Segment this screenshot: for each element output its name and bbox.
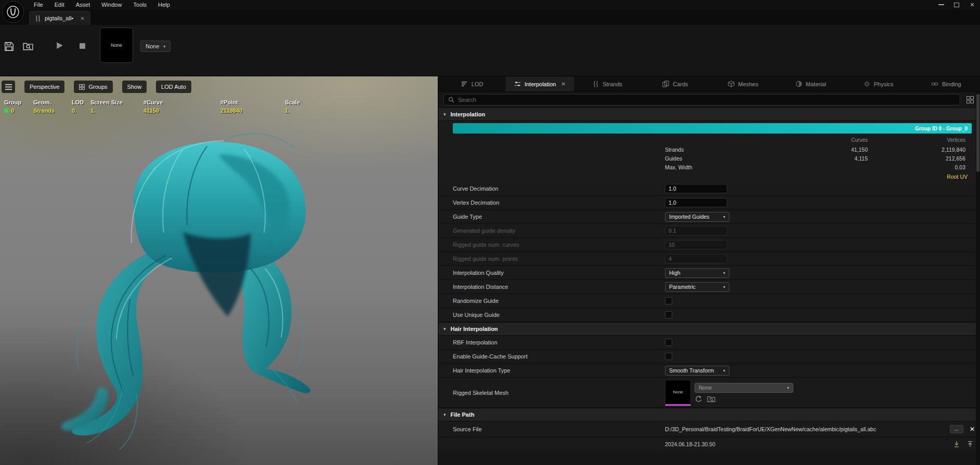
reimport-download-icon[interactable] bbox=[953, 441, 960, 448]
clear-file-icon[interactable]: ✕ bbox=[970, 426, 975, 433]
property-row-use-unique-guide: Use Unique Guide bbox=[438, 308, 980, 322]
viewport-groups-button[interactable]: Groups bbox=[74, 81, 112, 93]
search-input[interactable] bbox=[458, 97, 956, 103]
simulation-thumbnail-label: None bbox=[111, 43, 122, 48]
section-file-path[interactable]: ▾ File Path bbox=[438, 408, 980, 421]
menu-edit[interactable]: Edit bbox=[49, 1, 70, 9]
groom-icon bbox=[35, 15, 41, 22]
chevron-expanded-icon: ▾ bbox=[443, 326, 446, 331]
menu-help[interactable]: Help bbox=[152, 1, 176, 9]
viewport-menu-button[interactable] bbox=[2, 81, 15, 93]
viewport-lod-button[interactable]: LOD Auto bbox=[156, 81, 191, 93]
chevron-down-icon: ▾ bbox=[723, 285, 725, 289]
asset-tab-strip: pigtails_all• ✕ bbox=[0, 9, 980, 25]
details-scrollbar[interactable] bbox=[976, 92, 980, 465]
cards-icon bbox=[662, 81, 669, 87]
minimize-icon bbox=[938, 4, 944, 5]
simulation-options-dropdown[interactable]: None ▾ bbox=[140, 41, 171, 52]
asset-tab-pigtails-all[interactable]: pigtails_all• ✕ bbox=[29, 11, 90, 25]
tab-meshes[interactable]: Meshes bbox=[709, 76, 777, 91]
tab-lod[interactable]: LOD bbox=[438, 76, 506, 91]
unreal-logo-icon[interactable] bbox=[2, 1, 24, 23]
menu-file[interactable]: File bbox=[28, 1, 49, 9]
section-hair-interpolation[interactable]: ▾ Hair Interpolation bbox=[438, 322, 980, 336]
close-icon: ✕ bbox=[970, 2, 974, 8]
property-row-source-file: Source File D:/3D_Personal/BraidTesting/… bbox=[438, 421, 980, 437]
browse-to-asset-icon[interactable] bbox=[707, 395, 715, 402]
property-row-interpolation-distance: Interpolation Distance Parametric ▾ bbox=[438, 280, 980, 294]
viewport-perspective-button[interactable]: Perspective bbox=[24, 81, 64, 93]
tab-close-icon[interactable]: ✕ bbox=[561, 81, 565, 87]
skeletal-mesh-thumbnail[interactable]: None bbox=[665, 380, 691, 406]
hamburger-icon bbox=[5, 84, 12, 90]
tab-interpolation[interactable]: Interpolation ✕ bbox=[506, 76, 573, 91]
chevron-down-icon: ▾ bbox=[723, 215, 725, 219]
chevron-expanded-icon: ▾ bbox=[443, 412, 446, 417]
root-uv-link[interactable]: Root UV bbox=[947, 174, 968, 180]
enable-guide-cache-checkbox[interactable] bbox=[665, 353, 672, 360]
tab-strands[interactable]: Strands bbox=[574, 76, 642, 91]
details-tab-bar: LOD Interpolation ✕ Strands Cards bbox=[438, 76, 980, 92]
property-row-hair-interpolation-type: Hair Interpolation Type Smooth Transform… bbox=[438, 364, 980, 378]
interpolation-quality-dropdown[interactable]: High ▾ bbox=[665, 268, 729, 278]
menu-tools[interactable]: Tools bbox=[127, 1, 152, 9]
save-button[interactable] bbox=[4, 42, 14, 51]
use-selected-asset-icon[interactable] bbox=[695, 395, 702, 403]
group-id-banner: Group ID 0 - Group_0 bbox=[453, 123, 972, 134]
simulation-options-label: None bbox=[146, 43, 159, 49]
minimize-button[interactable] bbox=[933, 0, 949, 9]
rbf-interpolation-checkbox[interactable] bbox=[665, 339, 672, 346]
group-color-swatch bbox=[4, 109, 8, 113]
browse-file-button[interactable]: ... bbox=[950, 425, 963, 433]
property-row-rigged-skeletal-mesh: Rigged Skeletal Mesh None None ▾ bbox=[438, 378, 980, 408]
hair-interpolation-type-dropdown[interactable]: Smooth Transform ▾ bbox=[665, 366, 729, 376]
groom-hair-render bbox=[0, 76, 438, 465]
export-upload-icon[interactable] bbox=[966, 441, 974, 448]
save-icon bbox=[4, 42, 14, 51]
groom-stats-table: Curves Vertices Strands 41,150 2,119,840… bbox=[438, 135, 980, 182]
interpolation-distance-dropdown[interactable]: Parametric ▾ bbox=[665, 282, 729, 292]
guide-type-dropdown[interactable]: Imported Guides ▾ bbox=[665, 212, 729, 222]
property-row-vertex-decimation: Vertex Decimation bbox=[438, 196, 980, 210]
strands-icon bbox=[593, 81, 599, 87]
section-interpolation[interactable]: ▾ Interpolation bbox=[438, 108, 980, 121]
property-row-rbf-interpolation: RBF Interpolation bbox=[438, 336, 980, 350]
property-row-enable-guide-cache: Enable Guide-Cache Support bbox=[438, 350, 980, 364]
chevron-down-icon: ▾ bbox=[723, 368, 725, 373]
property-row-rigged-guide-num-points: Rigged guide num. points bbox=[438, 252, 980, 266]
groom-viewport[interactable]: Perspective Groups Show LOD Auto Group bbox=[0, 76, 438, 465]
binding-icon bbox=[931, 81, 938, 87]
simulation-asset-thumbnail[interactable]: None bbox=[100, 28, 133, 63]
browse-content-button[interactable] bbox=[23, 42, 33, 50]
meshes-icon bbox=[728, 81, 735, 87]
simulate-play-button[interactable] bbox=[55, 41, 64, 50]
curve-decimation-input[interactable] bbox=[665, 184, 727, 193]
menu-window[interactable]: Window bbox=[96, 1, 127, 9]
simulate-stop-button[interactable] bbox=[79, 43, 86, 49]
asset-tab-close-icon[interactable]: ✕ bbox=[80, 16, 84, 21]
source-file-path: D:/3D_Personal/BraidTesting/BraidForUE/X… bbox=[665, 426, 944, 432]
groom-debug-overlay: GroupGeom.LODScreen Size#Curve#PointScal… bbox=[4, 98, 310, 115]
tab-cards[interactable]: Cards bbox=[642, 76, 709, 91]
tab-physics[interactable]: Physics bbox=[845, 76, 912, 91]
tab-material[interactable]: Material bbox=[777, 76, 844, 91]
property-row-curve-decimation: Curve Decimation bbox=[438, 182, 980, 196]
details-search-row bbox=[438, 92, 980, 108]
scrollbar-thumb[interactable] bbox=[976, 94, 979, 172]
viewport-show-button[interactable]: Show bbox=[122, 81, 147, 93]
vertex-decimation-input[interactable] bbox=[665, 198, 727, 207]
tab-binding[interactable]: Binding bbox=[912, 76, 980, 91]
rigged-guide-num-curves-input bbox=[665, 240, 727, 249]
view-options-button[interactable] bbox=[964, 94, 976, 105]
material-icon bbox=[795, 81, 802, 87]
close-window-button[interactable]: ✕ bbox=[964, 0, 980, 9]
skeletal-mesh-dropdown: None ▾ bbox=[695, 383, 793, 393]
stats-header-row: Curves Vertices bbox=[438, 135, 980, 145]
physics-icon bbox=[864, 81, 870, 87]
menu-asset[interactable]: Asset bbox=[70, 1, 96, 9]
search-box[interactable] bbox=[443, 94, 960, 105]
property-row-guide-type: Guide Type Imported Guides ▾ bbox=[438, 210, 980, 224]
randomize-guide-checkbox[interactable] bbox=[665, 297, 672, 304]
maximize-button[interactable] bbox=[949, 0, 964, 9]
use-unique-guide-checkbox[interactable] bbox=[665, 311, 672, 318]
